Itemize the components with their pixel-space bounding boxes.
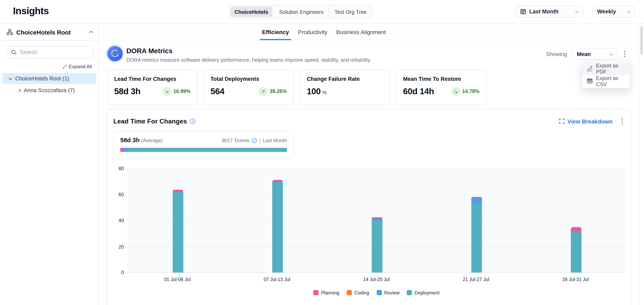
tree-item-choicehotels-root[interactable]: ChoiceHotels Root (1): [2, 73, 96, 84]
card-title: Mean Time To Restore: [403, 76, 480, 82]
org-switcher: ChoiceHotels Solution Engineers Test Org…: [229, 5, 372, 19]
tickets-count: 8017 Tickets: [222, 138, 249, 143]
tab-productivity[interactable]: Productivity: [298, 24, 327, 40]
date-range-select[interactable]: Last Month: [515, 6, 583, 17]
date-range-value: Last Month: [529, 8, 558, 15]
x-axis-label: 14 Jul-20 Jul: [363, 277, 390, 282]
dora-metrics-icon: [107, 46, 123, 61]
org-sidebar: ChoiceHotels Root ⤢ Expand All ChoiceHot: [0, 24, 99, 305]
org-tree: ChoiceHotels Root (1) Anna Scozzafava (7…: [0, 73, 99, 97]
card-total-deployments: Total Deployments 564 ↗ 39.26%: [204, 70, 294, 105]
tab-business-alignment[interactable]: Business Alignment: [336, 24, 386, 40]
trend-value: 14.78%: [462, 88, 480, 94]
trend-value: 39.26%: [270, 88, 287, 94]
y-axis-tick: 40: [113, 218, 124, 223]
tickets-meta: 8017 Tickets i | Last Month: [222, 138, 287, 143]
main-content: Efficiency Productivity Business Alignme…: [99, 24, 644, 305]
card-value: 100%: [307, 86, 326, 96]
tree-item-anna-scozzafava[interactable]: Anna Scozzafava (7): [2, 85, 96, 96]
chart-kebab-menu-button[interactable]: [620, 117, 624, 126]
expand-all-label: Expand All: [69, 64, 92, 69]
card-lead-time-for-changes: Lead Time For Changes 58d 3h ↘ 16.99%: [107, 70, 198, 105]
sidebar-header: ChoiceHotels Root: [0, 24, 98, 41]
menu-item-label: Export as CSV: [596, 75, 625, 87]
y-axis-tick: 0: [113, 270, 124, 275]
legend-item-planning: Planning: [314, 290, 340, 295]
sidebar-title: ChoiceHotels Root: [16, 29, 71, 35]
card-value: 58d 3h: [114, 86, 140, 96]
trend-badge: ↘ 16.99%: [162, 87, 190, 96]
stacked-bar: [471, 197, 481, 273]
trend-value: 16.99%: [173, 88, 190, 94]
chart-legend: Planning Coding Review Deployment: [128, 290, 625, 295]
export-menu: Export as PDF Export as CSV: [582, 61, 630, 88]
org-tree-icon: [6, 29, 13, 35]
trend-badge: ↘ 14.78%: [451, 87, 480, 96]
card-value: 564: [210, 86, 224, 96]
dora-kebab-menu-button[interactable]: [622, 49, 627, 59]
top-bar: Insights ChoiceHotels Solution Engineers…: [0, 0, 644, 24]
search-icon: [11, 49, 17, 55]
view-breakdown-label: View Breakdown: [568, 118, 612, 125]
deployment-swatch: [407, 290, 412, 295]
trend-down-icon: ↘: [162, 87, 171, 96]
showing-controls: Showing Mean: [546, 48, 627, 60]
period-label: Last Month: [263, 138, 287, 143]
org-tab-solution-engineers[interactable]: Solution Engineers: [274, 5, 329, 18]
y-axis-tick: 80: [113, 166, 124, 171]
x-axis-label: 21 Jul-27 Jul: [463, 277, 489, 282]
legend-item-deployment: Deployment: [407, 290, 440, 295]
trend-up-icon: ↗: [258, 87, 268, 96]
aggregation-value: Mean: [577, 51, 591, 57]
scrollbar-thumb[interactable]: [640, 26, 643, 55]
average-value: 58d 3h(Average): [120, 136, 162, 143]
expand-all-button[interactable]: ⤢ Expand All: [63, 64, 92, 69]
divider: |: [259, 138, 260, 143]
chevron-down-icon: [9, 76, 12, 80]
info-icon[interactable]: i: [252, 138, 256, 143]
trend-down-icon: ↘: [451, 87, 460, 96]
export-csv-menu-item[interactable]: Export as CSV: [582, 75, 630, 87]
menu-item-label: Export as PDF: [596, 62, 625, 74]
trend-badge: ↗ 39.26%: [258, 87, 287, 96]
stacked-bar: [372, 217, 381, 273]
stacked-bar: [571, 227, 580, 273]
dora-cards: Lead Time For Changes 58d 3h ↘ 16.99% To…: [107, 70, 486, 105]
org-tab-test-org-tree[interactable]: Test Org Tree: [329, 5, 372, 18]
org-tab-choicehotels[interactable]: ChoiceHotels: [230, 6, 272, 17]
chart-export-icon: [587, 65, 593, 71]
export-pdf-menu-item[interactable]: Export as PDF: [582, 62, 630, 75]
lead-time-title: Lead Time For Changes: [113, 118, 187, 125]
lead-time-header: Lead Time For Changes i V: [113, 117, 624, 126]
dora-metrics-subtitle: DORA metrics measure software delivery p…: [126, 57, 371, 63]
page-title: Insights: [13, 5, 49, 17]
tab-efficiency[interactable]: Efficiency: [262, 24, 289, 40]
phase-progress-bar: [120, 148, 287, 152]
search-input[interactable]: [20, 49, 85, 55]
search-box: [6, 46, 94, 58]
card-title: Lead Time For Changes: [114, 76, 190, 82]
planning-swatch: [314, 290, 319, 295]
granularity-select[interactable]: Weekly: [592, 6, 635, 17]
aggregation-select[interactable]: Mean: [572, 48, 618, 60]
lead-time-section: Lead Time For Changes i V: [106, 109, 632, 305]
coding-swatch: [346, 290, 352, 295]
tree-item-label: Anna Scozzafava (7): [24, 87, 75, 93]
tabs-row: Efficiency Productivity Business Alignme…: [99, 24, 644, 40]
granularity-value: Weekly: [597, 8, 616, 15]
y-axis-tick: 60: [113, 192, 124, 197]
collapse-sidebar-chevron[interactable]: [89, 31, 93, 35]
showing-label: Showing: [546, 51, 567, 57]
info-icon[interactable]: i: [190, 119, 196, 124]
chevron-right-icon: [18, 89, 21, 92]
insights-page: Insights ChoiceHotels Solution Engineers…: [0, 0, 644, 305]
card-unit: %: [322, 90, 326, 95]
card-mean-time-to-restore: Mean Time To Restore 60d 14h ↘ 14.78%: [396, 70, 486, 105]
legend-item-review: Review: [376, 290, 400, 295]
x-axis-label: 01 Jul-06 Jul: [164, 277, 190, 282]
view-breakdown-button[interactable]: View Breakdown: [559, 118, 612, 125]
progress-segment-review: [124, 148, 128, 152]
legend-item-coding: Coding: [346, 290, 369, 295]
card-title: Change Failure Rate: [307, 76, 383, 82]
chevron-down-icon: [575, 9, 579, 13]
